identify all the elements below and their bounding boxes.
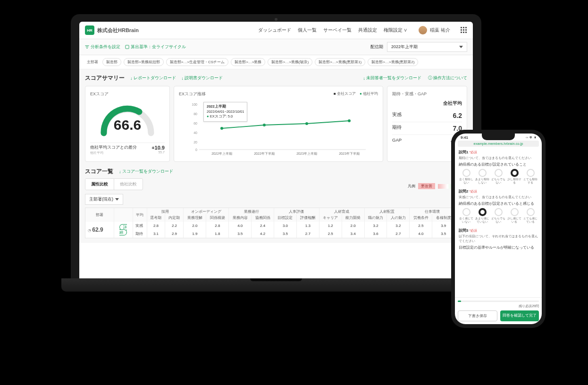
legend-bad: 要改善 <box>418 183 435 189</box>
ex-score-title: EXスコア <box>90 91 165 97</box>
gap-title: 期待・実感・GAP <box>392 91 462 97</box>
report-download-link[interactable]: ↓ レポートダウンロード <box>130 75 176 81</box>
save-draft-button[interactable]: 下書き保存 <box>458 310 497 321</box>
score-list-title: スコア一覧 <box>85 167 113 176</box>
signal-wifi-battery-icon: ◦◦ ᯤ ▮ <box>526 135 536 140</box>
radio-circle-icon <box>527 169 535 177</box>
nav-common-settings[interactable]: 共通設定 <box>358 27 377 33</box>
avatar <box>419 26 427 34</box>
chip[interactable]: 製造部>…>生産管理・CSチーム <box>166 58 228 66</box>
radio-option[interactable]: あまり期待しない <box>475 169 490 184</box>
laptop-frame: HR 株式会社HRBrain ダッシュボード 個人一覧 サーベイ一覧 共通設定 … <box>61 14 491 326</box>
tab-other-compare[interactable]: 他社比較 <box>114 179 143 190</box>
diff-subvalue: 55.7 <box>151 151 165 154</box>
chart-tooltip: 2022上半期 2022/04/01~2022/10/01 ● EXスコア: 5… <box>203 102 247 122</box>
calc-icon <box>125 45 129 49</box>
nav-dashboard[interactable]: ダッシュボード <box>258 27 291 33</box>
period-dropdown[interactable]: 2022年上半期 <box>387 42 467 52</box>
col-avg: 平均 <box>133 208 147 222</box>
set-conditions-link[interactable]: 分析条件を設定 <box>85 44 120 50</box>
row-score: 62.9 <box>92 226 103 233</box>
chip[interactable]: 製造部>…>業務 <box>231 58 265 66</box>
condition-bar: 分析条件を設定 算出基準：全ライフサイクル 配信期 2022年上半期 <box>79 39 473 55</box>
question-1: 設問1 *必須 期待について、当てはまるものを選んでください 納得感のある目標が… <box>459 150 538 184</box>
svg-text:20: 20 <box>193 141 197 144</box>
chip[interactable]: 製造部>業務統括部 <box>124 58 164 66</box>
nav-individuals[interactable]: 個人一覧 <box>298 27 317 33</box>
radio-circle-icon <box>511 169 519 177</box>
phone-frame: 9:41 ◦◦ ᯤ ▮ example.members.hrbrain.co.j… <box>451 130 546 328</box>
company-name: 株式会社HRBrain <box>97 27 139 34</box>
svg-text:60: 60 <box>193 122 197 125</box>
tab-attribute-compare[interactable]: 属性比較 <box>85 179 114 190</box>
nav-surveys[interactable]: サーベイ一覧 <box>323 27 352 33</box>
dept-filter-dropdown[interactable]: 主部署(現在) <box>85 194 123 205</box>
main-area: スコアサマリー ↓ レポートダウンロード ↓ 説明書ダウンロード ↓ 未回答者一… <box>79 69 473 243</box>
radio-option[interactable]: どちらでもない <box>491 169 506 184</box>
chip[interactable]: 製造部>…>業務(恵那第2) <box>368 58 418 66</box>
legend-label: 凡例 <box>408 184 415 189</box>
apps-icon[interactable] <box>461 27 467 33</box>
question-2: 設問2 *必須 実感について、当てはまるものを選んでください 納得感のある目標が… <box>459 189 538 223</box>
top-nav: ダッシュボード 個人一覧 サーベイ一覧 共通設定 権限設定 ∨ 稲葉 祐介 <box>258 26 467 34</box>
user-menu[interactable]: 稲葉 祐介 <box>419 26 450 34</box>
question-3: 設問3 *必須 以下の項目について、それぞれ当てはまるものを選んでください 目標… <box>459 228 538 250</box>
radio-circle-icon <box>495 208 503 216</box>
legend-other-avg: 他社平均 <box>360 91 378 100</box>
svg-point-11 <box>348 119 351 122</box>
diff-value: +10.9 <box>151 145 165 151</box>
radio-circle-icon <box>479 208 487 216</box>
clock-icon: ◔ <box>88 228 91 233</box>
progress-bar <box>458 301 539 302</box>
diff-sublabel: 他社平均 <box>90 151 137 155</box>
detail-button[interactable]: 詳細 <box>119 224 127 235</box>
radio-option[interactable]: 少し感じている <box>507 208 522 223</box>
score-summary-header: スコアサマリー ↓ レポートダウンロード ↓ 説明書ダウンロード ↓ 未回答者一… <box>85 74 467 82</box>
svg-point-10 <box>305 122 308 125</box>
chip[interactable]: 製造部>…>業務(恵那第1) <box>315 58 365 66</box>
radio-option[interactable]: とても期待する <box>523 169 538 184</box>
topbar: HR 株式会社HRBrain ダッシュボード 個人一覧 サーベイ一覧 共通設定 … <box>79 22 473 39</box>
phone-footer: 残り必須29問 下書き保存 回答を確認して完了 <box>455 297 542 324</box>
unanswered-download-link[interactable]: ↓ 未回答者一覧をダウンロード <box>363 75 422 81</box>
svg-point-9 <box>263 124 266 126</box>
svg-text:100: 100 <box>192 103 197 106</box>
remaining-text: 残り必須29問 <box>458 304 539 309</box>
calc-basis-link[interactable]: 算出基準：全ライフサイクル <box>125 44 186 50</box>
brand-logo: HR 株式会社HRBrain <box>85 25 139 35</box>
radio-option[interactable]: 全く期待しない <box>459 169 474 184</box>
radio-circle-icon <box>527 208 535 216</box>
confirm-submit-button[interactable]: 回答を確認して完了 <box>500 310 539 321</box>
svg-text:0: 0 <box>195 148 197 151</box>
chip-label: 主部署 <box>85 58 100 66</box>
score-summary-title: スコアサマリー <box>85 74 125 82</box>
howto-link[interactable]: ⓘ 操作方法について <box>428 75 467 81</box>
phone-screen: 9:41 ◦◦ ᯤ ▮ example.members.hrbrain.co.j… <box>455 134 542 324</box>
table-row: ◔ 62.9 詳細 実感 2.82.22.02.84.02.43.01.31.2… <box>85 222 467 230</box>
user-name: 稲葉 祐介 <box>430 27 450 33</box>
manual-download-link[interactable]: ↓ 説明書ダウンロード <box>182 75 223 81</box>
filter-icon <box>85 45 89 49</box>
gap-feel-value: 6.2 <box>453 112 462 119</box>
radio-option[interactable]: とても感じている <box>523 208 538 223</box>
radio-circle-icon <box>479 169 487 177</box>
radio-option[interactable]: 少し期待する <box>507 169 522 184</box>
score-table: 部署 平均 採用 オンボーディング 業務遂行 人事評価 人材育成 人材配置 仕事… <box>85 208 467 238</box>
svg-text:2022年下半期: 2022年下半期 <box>254 152 275 155</box>
svg-text:2023年下半期: 2023年下半期 <box>339 152 360 155</box>
chip[interactable]: 製造部>…>業務(瑞浪) <box>268 58 312 66</box>
radio-option[interactable]: どちらでもない <box>491 208 506 223</box>
phone-time: 9:41 <box>461 135 468 140</box>
legend-all-score: 全社スコア <box>334 91 356 100</box>
nav-permission-settings[interactable]: 権限設定 ∨ <box>384 27 408 33</box>
score-list-download[interactable]: ↓ スコア一覧をダウンロード <box>119 168 173 175</box>
chip[interactable]: 製造部 <box>102 58 121 66</box>
phone-url-bar[interactable]: example.members.hrbrain.co.jp <box>458 141 539 147</box>
dept-filter-chips: 主部署 製造部 製造部>業務統括部 製造部>…>生産管理・CSチーム 製造部>…… <box>79 55 473 69</box>
app-screen: HR 株式会社HRBrain ダッシュボード 個人一覧 サーベイ一覧 共通設定 … <box>79 22 473 278</box>
svg-text:80: 80 <box>193 112 197 116</box>
radio-option[interactable]: あまり感じていない <box>475 208 490 223</box>
radio-option[interactable]: 全く感じていない <box>459 208 474 223</box>
ex-score-value: 66.6 <box>90 117 165 133</box>
col-dept: 部署 <box>85 208 114 222</box>
